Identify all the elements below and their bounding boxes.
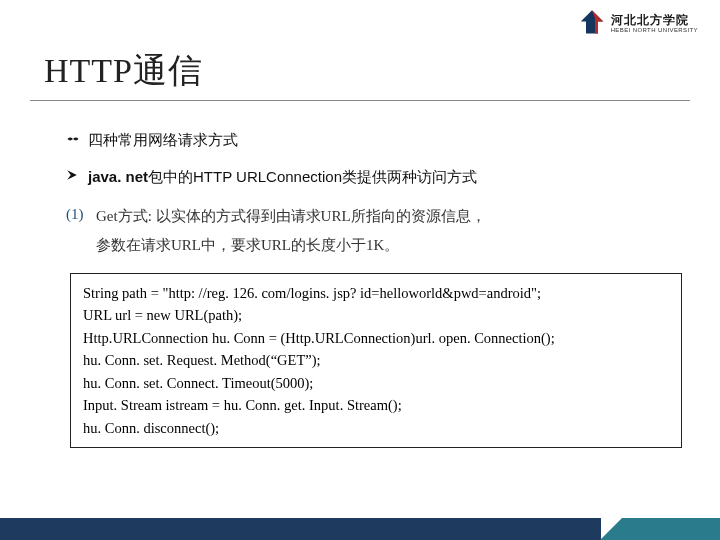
- bullet-row-1: 四种常用网络请求方式: [66, 129, 690, 152]
- accent-navy: [0, 518, 601, 540]
- bullet-2-text: java. net包中的HTTP URLConnection类提供两种访问方式: [88, 166, 690, 189]
- code-line-4: hu. Conn. set. Request. Method(“GET”);: [83, 349, 669, 371]
- item-1-number: (1): [66, 202, 96, 226]
- title-divider: [30, 100, 690, 101]
- logo-mark-icon: [577, 8, 607, 38]
- bullet-2-rest: 包中的HTTP URLConnection类提供两种访问方式: [148, 168, 477, 185]
- accent-teal: [600, 518, 720, 540]
- code-example-box: String path = "http: //reg. 126. com/log…: [70, 273, 682, 448]
- bullet-1-text: 四种常用网络请求方式: [88, 129, 690, 152]
- page-title: HTTP通信: [44, 48, 690, 94]
- logo-text: 河北北方学院 HEBEI NORTH UNIVERSITY: [611, 14, 698, 33]
- code-line-7: hu. Conn. disconnect();: [83, 417, 669, 439]
- fleuron-bullet-icon: [66, 129, 88, 146]
- title-en: HTTP: [44, 52, 133, 89]
- code-line-1: String path = "http: //reg. 126. com/log…: [83, 282, 669, 304]
- code-line-3: Http.URLConnection hu. Conn = (Http.URLC…: [83, 327, 669, 349]
- bullet-row-2: java. net包中的HTTP URLConnection类提供两种访问方式: [66, 166, 690, 189]
- slide-body: 四种常用网络请求方式 java. net包中的HTTP URLConnectio…: [30, 129, 690, 448]
- code-line-6: Input. Stream istream = hu. Conn. get. I…: [83, 394, 669, 416]
- code-line-5: hu. Conn. set. Connect. Timeout(5000);: [83, 372, 669, 394]
- item-1-line2: 参数在请求URL中，要求URL的长度小于1K。: [96, 231, 690, 260]
- arrow-bullet-icon: [66, 166, 88, 181]
- university-logo: 河北北方学院 HEBEI NORTH UNIVERSITY: [577, 8, 698, 38]
- logo-en: HEBEI NORTH UNIVERSITY: [611, 27, 698, 33]
- code-line-2: URL url = new URL(path);: [83, 304, 669, 326]
- title-cn: 通信: [133, 51, 203, 89]
- item-1-body: Get方式: 以实体的方式得到由请求URL所指向的资源信息， 参数在请求URL中…: [96, 202, 690, 259]
- item-1-line1: Get方式: 以实体的方式得到由请求URL所指向的资源信息，: [96, 208, 486, 224]
- bottom-accent-bar: [0, 518, 720, 540]
- bullet-2-bold: java. net: [88, 168, 148, 185]
- numbered-item-1: (1) Get方式: 以实体的方式得到由请求URL所指向的资源信息， 参数在请求…: [66, 202, 690, 259]
- slide: 河北北方学院 HEBEI NORTH UNIVERSITY HTTP通信 四种常…: [0, 0, 720, 540]
- logo-cn: 河北北方学院: [611, 14, 698, 26]
